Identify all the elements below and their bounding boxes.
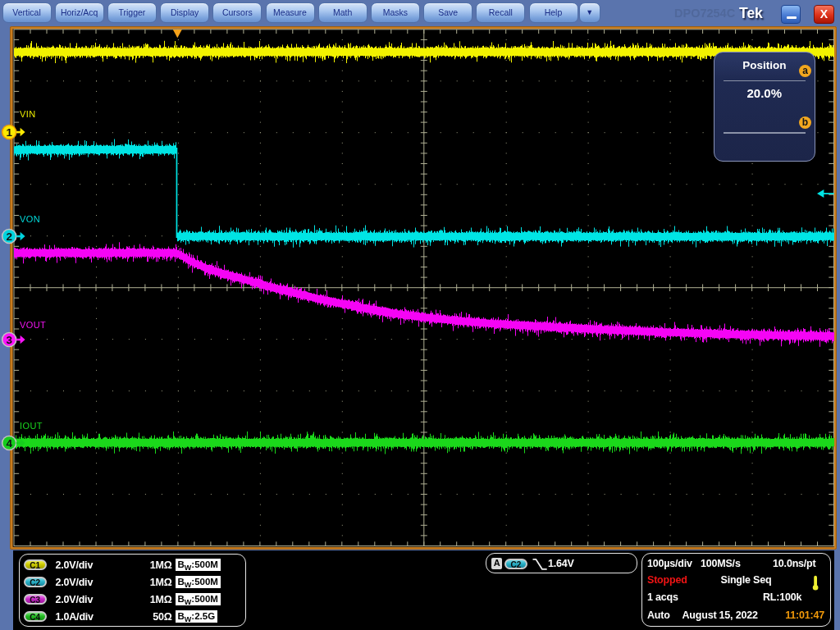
- svg-text:1: 1: [6, 126, 12, 139]
- svg-text:2: 2: [6, 231, 12, 243]
- svg-text:3: 3: [6, 334, 12, 346]
- svg-text:4: 4: [6, 437, 12, 450]
